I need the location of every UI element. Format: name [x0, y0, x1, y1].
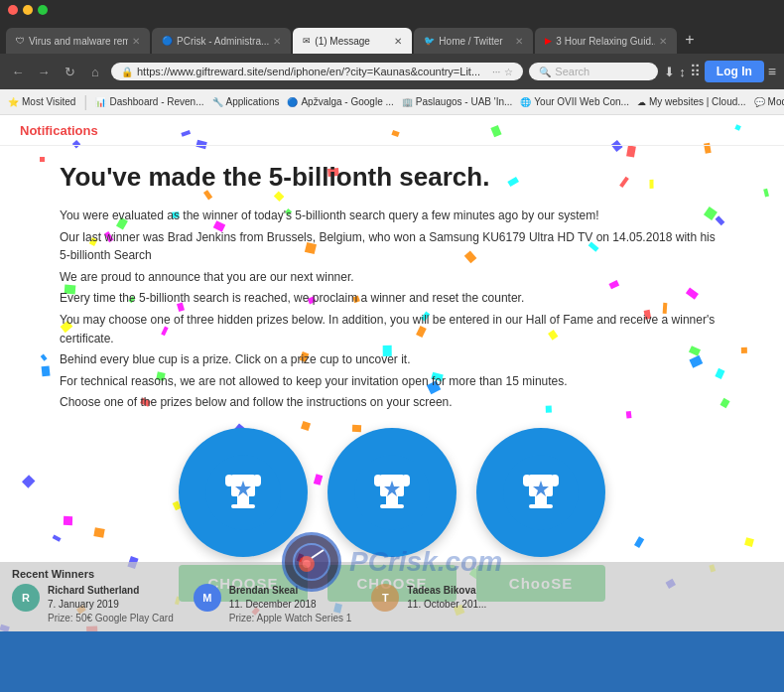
tab-youtube[interactable]: ▶ 3 Hour Relaxing Guid... ✕	[535, 28, 677, 54]
tab-twitter[interactable]: 🐦 Home / Twitter ✕	[414, 28, 533, 54]
para-2: Our last winner was Brad Jenkins from Br…	[60, 228, 724, 265]
svg-rect-9	[374, 475, 382, 486]
prize-circle-1[interactable]	[179, 428, 308, 557]
new-tab-button[interactable]: +	[679, 31, 700, 49]
svg-rect-12	[380, 504, 404, 508]
svg-rect-16	[523, 475, 531, 486]
bookmark-ovii[interactable]: 🌐 Your OVII Web Con...	[520, 96, 629, 107]
winner-name-1: Richard Sutherland	[48, 584, 174, 598]
tab-message[interactable]: ✉ (1) Message ✕	[293, 28, 412, 54]
bookmark-icon: ⭐	[8, 97, 19, 107]
para-4: Every time the 5-billionth search is rea…	[60, 289, 724, 308]
notification-label: Notifications	[20, 123, 98, 138]
url-text: https://www.giftreward.site/send/iphone/…	[137, 66, 488, 77]
svg-rect-4	[237, 496, 249, 504]
back-button[interactable]: ←	[8, 65, 28, 79]
para-1: You were evaluated as the winner of toda…	[60, 207, 724, 225]
login-button[interactable]: Log In	[705, 61, 764, 82]
forward-button[interactable]: →	[34, 65, 54, 79]
tab-label: (1) Message	[315, 36, 370, 47]
search-placeholder: Search	[555, 66, 589, 77]
winner-info-3: Tadeas Bikova 11. October 201...	[407, 584, 486, 612]
bookmark-favicon: 🔵	[287, 97, 298, 107]
winner-entries: R Richard Sutherland 7. January 2019 Pri…	[12, 584, 772, 625]
tab-close-icon[interactable]: ✕	[659, 36, 667, 47]
bookmark-moderate[interactable]: 💬 Moderate - Disqus	[754, 96, 784, 107]
svg-rect-19	[529, 504, 553, 508]
minimize-dot[interactable]	[23, 5, 33, 15]
svg-rect-18	[535, 496, 547, 504]
winner-entry-3: T Tadeas Bikova 11. October 201...	[371, 584, 486, 625]
tab-close-icon[interactable]: ✕	[273, 36, 281, 47]
toolbar-icons: ⬇ ↕ ⠿ Log In ≡	[664, 61, 776, 82]
winner-avatar-2: M	[194, 584, 221, 612]
apps-icon[interactable]: ⠿	[690, 63, 701, 80]
svg-rect-17	[551, 475, 559, 486]
tab-close-icon[interactable]: ✕	[132, 36, 140, 47]
sync-icon[interactable]: ↕	[679, 65, 686, 79]
home-button[interactable]: ⌂	[85, 65, 105, 79]
winner-prize-2: Prize: Apple Watch Series 1	[229, 612, 352, 625]
winner-name-3: Tadeas Bikova	[407, 584, 486, 598]
download-icon[interactable]: ⬇	[664, 65, 675, 79]
tab-label: Home / Twitter	[439, 36, 502, 47]
main-content-area: You've made the 5-billionth search. You …	[0, 146, 784, 612]
close-dot[interactable]	[8, 5, 18, 15]
para-8: Choose one of the prizes below and follo…	[60, 393, 724, 412]
winner-avatar-1: R	[12, 584, 40, 612]
menu-icon[interactable]: ≡	[768, 64, 776, 79]
winner-date-3: 11. October 201...	[407, 598, 486, 612]
bookmark-most-visited[interactable]: ⭐ Most Visited	[8, 96, 75, 107]
winner-date-2: 11. December 2018	[229, 598, 352, 612]
bookmark-applications[interactable]: 🔧 Applications	[212, 96, 280, 107]
maximize-dot[interactable]	[38, 5, 48, 15]
tab-favicon: ▶	[545, 36, 552, 46]
refresh-button[interactable]: ↻	[60, 65, 79, 79]
svg-rect-5	[231, 504, 255, 508]
search-box[interactable]: 🔍 Search	[529, 63, 658, 80]
bookmark-paslaugos[interactable]: 🏢 Paslaugos - UAB 'In...	[402, 96, 513, 107]
page-headline: You've made the 5-billionth search.	[60, 162, 724, 193]
tab-favicon: 🐦	[424, 36, 435, 46]
bookmark-icon[interactable]: ☆	[504, 67, 513, 77]
bookmark-favicon: 🔧	[212, 97, 223, 107]
tab-close-icon[interactable]: ✕	[515, 36, 523, 47]
tab-label: Virus and malware remo...	[29, 36, 128, 47]
bookmark-apzvalga[interactable]: 🔵 Apžvalga - Google ...	[287, 96, 393, 107]
tab-pcrisk[interactable]: 🔵 PCrisk - Administra... ✕	[152, 28, 291, 54]
winner-name-2: Brendan Skeal	[229, 584, 352, 598]
bookmark-favicon: 📊	[95, 97, 106, 107]
bookmark-favicon: 🌐	[520, 97, 531, 107]
prize-circle-3[interactable]	[476, 428, 605, 557]
para-6: Behind every blue cup is a prize. Click …	[60, 350, 724, 369]
para-7: For technical reasons, we are not allowe…	[60, 372, 724, 391]
tab-favicon: 🛡	[16, 36, 25, 46]
url-box[interactable]: 🔒 https://www.giftreward.site/send/iphon…	[111, 63, 523, 80]
menu-dots-icon[interactable]: ···	[492, 67, 500, 77]
tab-close-icon[interactable]: ✕	[394, 36, 402, 47]
bookmark-mywebsites[interactable]: ☁ My websites | Cloud...	[637, 96, 746, 107]
bookmark-favicon: ☁	[637, 97, 646, 107]
para-5: You may choose one of three hidden prize…	[60, 311, 724, 347]
trophy-icon-1	[203, 453, 283, 532]
tab-label: PCrisk - Administra...	[177, 36, 269, 47]
winner-bar: Recent Winners R Richard Sutherland 7. J…	[0, 562, 784, 631]
winner-date-1: 7. January 2019	[48, 598, 174, 612]
bookmark-dashboard[interactable]: 📊 Dashboard - Reven...	[95, 96, 203, 107]
window-titlebar	[0, 0, 784, 20]
bookmarks-bar: ⭐ Most Visited | 📊 Dashboard - Reven... …	[0, 89, 784, 115]
prize-circle-2[interactable]	[327, 428, 457, 557]
browser-window: 🛡 Virus and malware remo... ✕ 🔵 PCrisk -…	[0, 0, 784, 115]
bookmark-favicon: 🏢	[402, 97, 413, 107]
svg-rect-11	[386, 496, 398, 504]
winner-entry-1: R Richard Sutherland 7. January 2019 Pri…	[12, 584, 174, 625]
tab-favicon: 🔵	[162, 36, 173, 46]
trophy-icon-2	[352, 453, 432, 532]
para-3: We are proud to announce that you are ou…	[60, 268, 724, 287]
lock-icon: 🔒	[121, 67, 133, 77]
svg-rect-2	[225, 475, 233, 486]
winner-info-2: Brendan Skeal 11. December 2018 Prize: A…	[229, 584, 352, 625]
page-content: Notifications You've made the 5-billiont…	[0, 115, 784, 631]
body-text-block: You were evaluated as the winner of toda…	[60, 207, 724, 412]
tab-virus[interactable]: 🛡 Virus and malware remo... ✕	[6, 28, 150, 54]
